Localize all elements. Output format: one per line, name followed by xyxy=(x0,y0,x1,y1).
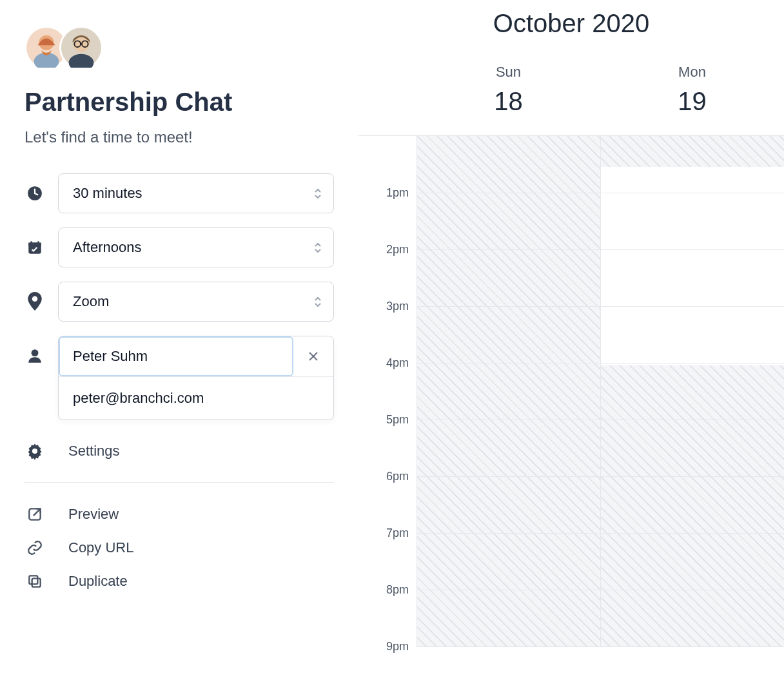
busy-block xyxy=(601,136,784,167)
svg-point-15 xyxy=(32,349,39,356)
day-header: Mon 19 xyxy=(600,64,784,135)
copy-url-action[interactable]: Copy URL xyxy=(24,534,334,561)
duplicate-action[interactable]: Duplicate xyxy=(24,568,334,595)
link-icon xyxy=(24,539,45,556)
hour-label: 6pm xyxy=(358,470,409,483)
day-name: Sun xyxy=(416,64,600,81)
hour-label: 3pm xyxy=(358,300,409,313)
copy-url-label: Copy URL xyxy=(68,539,133,556)
hour-label: 4pm xyxy=(358,356,409,370)
meeting-title: Partnership Chat xyxy=(24,88,334,117)
day-header: Sun 18 xyxy=(416,64,600,135)
calendar-panel: October 2020 Sun 18 Mon 19 1pm2pm3pm4pm5… xyxy=(358,0,784,696)
calendar-day-column[interactable] xyxy=(416,136,600,646)
chevron-up-down-icon xyxy=(314,296,322,307)
hour-label: 9pm xyxy=(358,640,409,653)
person-icon xyxy=(24,347,45,364)
hour-label: 2pm xyxy=(358,243,409,256)
duplicate-label: Duplicate xyxy=(68,573,128,590)
time-of-day-select[interactable]: Afternoons xyxy=(58,227,334,267)
chevron-up-down-icon xyxy=(314,188,322,199)
busy-block xyxy=(601,365,784,646)
duplicate-icon xyxy=(24,573,45,590)
duration-value: 30 minutes xyxy=(73,185,142,202)
time-of-day-value: Afternoons xyxy=(73,239,141,256)
location-value: Zoom xyxy=(73,293,109,310)
location-select[interactable]: Zoom xyxy=(58,282,334,322)
invitee-combobox: peter@branchci.com xyxy=(58,336,334,420)
preview-label: Preview xyxy=(68,506,119,523)
chevron-up-down-icon xyxy=(314,242,322,253)
hour-label: 8pm xyxy=(358,583,409,597)
gear-icon xyxy=(24,442,45,460)
settings-panel: Partnership Chat Let's find a time to me… xyxy=(0,0,358,696)
svg-point-18 xyxy=(32,449,37,454)
calendar-days-header: Sun 18 Mon 19 xyxy=(358,64,784,135)
busy-block xyxy=(417,136,600,646)
hour-label: 7pm xyxy=(358,527,409,540)
day-number: 19 xyxy=(600,87,784,116)
preview-action[interactable]: Preview xyxy=(24,501,334,528)
svg-rect-21 xyxy=(29,575,37,584)
external-link-icon xyxy=(24,506,45,523)
avatar-group xyxy=(24,26,334,70)
hour-label: 1pm xyxy=(358,186,409,200)
calendar-icon xyxy=(24,239,45,256)
svg-rect-11 xyxy=(28,242,41,246)
close-icon xyxy=(308,351,319,362)
settings-link[interactable]: Settings xyxy=(24,434,334,468)
meeting-subtitle: Let's find a time to meet! xyxy=(24,128,334,146)
clear-button[interactable] xyxy=(293,336,333,376)
settings-label: Settings xyxy=(68,443,120,459)
invitee-suggestion[interactable]: peter@branchci.com xyxy=(59,376,333,420)
clock-icon xyxy=(24,185,45,202)
duration-select[interactable]: 30 minutes xyxy=(58,173,334,213)
hour-label: 5pm xyxy=(358,413,409,427)
svg-rect-20 xyxy=(32,579,41,587)
calendar-title: October 2020 xyxy=(358,0,784,64)
day-number: 18 xyxy=(416,87,600,116)
invitee-input[interactable] xyxy=(59,336,293,376)
svg-point-14 xyxy=(32,296,38,302)
avatar xyxy=(59,26,103,70)
calendar-day-column[interactable] xyxy=(600,136,784,646)
calendar-grid[interactable]: 1pm2pm3pm4pm5pm6pm7pm8pm9pm xyxy=(358,135,784,696)
day-name: Mon xyxy=(600,64,784,81)
location-icon xyxy=(24,292,45,311)
divider xyxy=(24,482,334,483)
